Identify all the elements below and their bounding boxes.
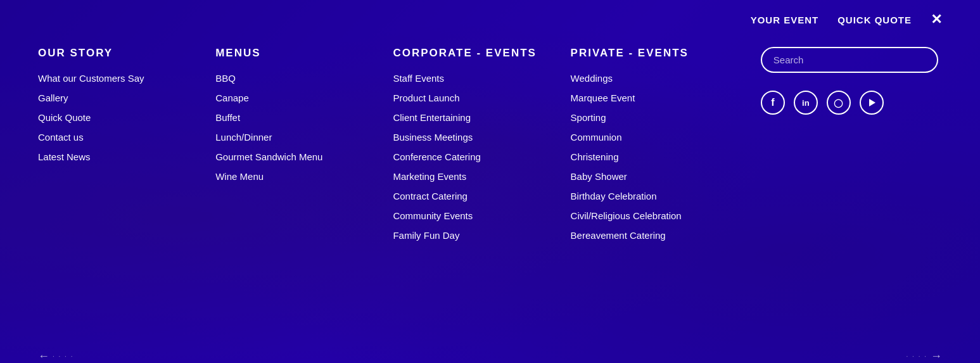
menus-link-0[interactable]: BBQ [215, 73, 380, 83]
our-story-link-2[interactable]: Quick Quote [38, 113, 203, 122]
next-arrow-button[interactable]: · · · · → [907, 350, 942, 363]
right-dots: · · · · [907, 353, 927, 360]
corporate-link-7[interactable]: Community Events [393, 211, 557, 220]
prev-arrow-button[interactable]: ← · · · · [38, 350, 73, 363]
menus-link-1[interactable]: Canape [215, 93, 380, 103]
private-link-3[interactable]: Communion [571, 132, 735, 142]
corporate-events-title: CORPORATE - EVENTS [393, 47, 557, 60]
our-story-link-0[interactable]: What our Customers Say [38, 73, 203, 83]
menus-link-4[interactable]: Gourmet Sandwich Menu [215, 152, 380, 162]
menus-link-5[interactable]: Wine Menu [215, 172, 380, 181]
youtube-icon[interactable] [860, 91, 884, 115]
arrow-area: ← · · · · · · · · → [0, 350, 980, 363]
menus-link-3[interactable]: Lunch/Dinner [215, 132, 380, 142]
main-container: YOUR EVENT QUICK QUOTE ✕ OUR STORY What … [0, 0, 980, 363]
private-link-1[interactable]: Marquee Event [571, 93, 735, 103]
left-arrow-icon: ← [38, 350, 49, 363]
close-button[interactable]: ✕ [931, 11, 942, 28]
private-link-5[interactable]: Baby Shower [571, 172, 735, 181]
corporate-link-4[interactable]: Conference Catering [393, 152, 557, 162]
instagram-icon[interactable]: ◯ [827, 91, 851, 115]
menus-link-2[interactable]: Buffet [215, 113, 380, 122]
right-column: f in ◯ [748, 47, 942, 331]
our-story-title: OUR STORY [38, 47, 203, 60]
linkedin-icon[interactable]: in [794, 91, 818, 115]
menu-area: OUR STORY What our Customers Say Gallery… [0, 34, 980, 343]
corporate-link-6[interactable]: Contract Catering [393, 191, 557, 201]
corporate-events-column: CORPORATE - EVENTS Staff Events Product … [393, 47, 570, 331]
quick-quote-link[interactable]: QUICK QUOTE [837, 15, 912, 25]
search-input[interactable] [761, 47, 938, 73]
left-dots: · · · · [53, 353, 73, 360]
private-link-7[interactable]: Civil/Religious Celebration [571, 211, 735, 220]
private-events-title: PRIVATE - EVENTS [571, 47, 735, 60]
menus-title: MENUS [215, 47, 380, 60]
corporate-link-8[interactable]: Family Fun Day [393, 231, 557, 240]
top-nav: YOUR EVENT QUICK QUOTE ✕ [0, 0, 980, 34]
corporate-link-2[interactable]: Client Entertaining [393, 113, 557, 122]
corporate-link-0[interactable]: Staff Events [393, 73, 557, 83]
private-link-6[interactable]: Birthday Celebration [571, 191, 735, 201]
corporate-link-1[interactable]: Product Launch [393, 93, 557, 103]
our-story-link-4[interactable]: Latest News [38, 152, 203, 162]
private-link-8[interactable]: Bereavement Catering [571, 231, 735, 240]
corporate-link-3[interactable]: Business Meetings [393, 132, 557, 142]
facebook-icon[interactable]: f [761, 91, 785, 115]
social-icons-group: f in ◯ [761, 91, 884, 115]
private-events-column: PRIVATE - EVENTS Weddings Marquee Event … [571, 47, 748, 331]
menus-column: MENUS BBQ Canape Buffet Lunch/Dinner Gou… [215, 47, 393, 331]
our-story-link-1[interactable]: Gallery [38, 93, 203, 103]
our-story-link-3[interactable]: Contact us [38, 132, 203, 142]
right-arrow-icon: → [931, 350, 942, 363]
our-story-column: OUR STORY What our Customers Say Gallery… [38, 47, 215, 331]
private-link-4[interactable]: Christening [571, 152, 735, 162]
private-link-2[interactable]: Sporting [571, 113, 735, 122]
private-link-0[interactable]: Weddings [571, 73, 735, 83]
your-event-link[interactable]: YOUR EVENT [751, 15, 819, 25]
corporate-link-5[interactable]: Marketing Events [393, 172, 557, 181]
